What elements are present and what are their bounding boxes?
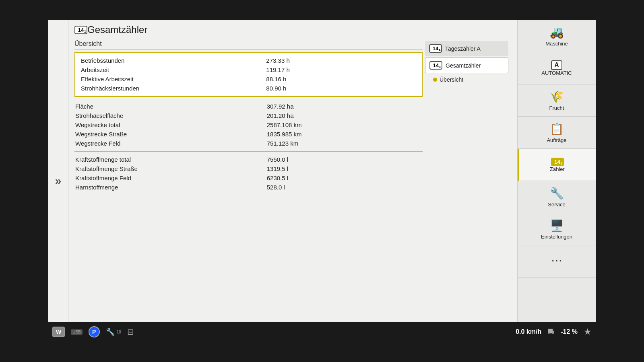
parking-indicator: P — [89, 326, 100, 337]
row-value: 88.16 h — [265, 74, 417, 84]
row-label: Effektive Arbeitszeit — [80, 74, 265, 84]
gz-badge: 14 Σ — [429, 61, 442, 70]
row-value: 1835.985 km — [266, 130, 423, 139]
row-label: Wegstrecke Feld — [74, 139, 266, 148]
w-indicator: W — [52, 327, 65, 337]
overview-sub-item[interactable]: Übersicht — [429, 75, 508, 84]
row-label: Strohhäcselfläche — [74, 111, 266, 120]
automatic-label: AUTOMATIC — [541, 70, 572, 76]
page-header: 14 Σ Gesamtzähler — [74, 24, 511, 35]
table-row: Wegstrecke Feld751.123 km — [74, 139, 423, 148]
tz-badge-num: 14 — [433, 45, 438, 51]
table-row: Kraftstoffmenge total7550.0 l — [74, 155, 423, 164]
subnav-tageszahler[interactable]: 14 A Tageszähler A — [425, 41, 508, 56]
frame-icon: ⊟ — [127, 327, 134, 337]
sidebar-item-zahler[interactable]: 14 Σ Zähler — [518, 149, 596, 181]
row-value: 751.123 km — [266, 139, 423, 148]
row-value: 273.33 h — [265, 56, 417, 65]
wrench-icon: 🔧 — [106, 327, 115, 336]
table-row: Fläche307.92 ha — [74, 102, 423, 111]
row-value: 119.17 h — [265, 65, 417, 74]
einstellungen-label: Einstellungen — [541, 234, 572, 240]
speed-display: 0.0 km/h — [516, 328, 541, 335]
tilt-indicator: ⛟ — [547, 328, 555, 336]
frame-indicator: ⊟ — [127, 327, 134, 337]
row-label: Wegstrecke total — [74, 120, 266, 130]
sidebar-item-more[interactable]: ⋯ — [518, 245, 596, 278]
sidebar-item-frucht[interactable]: 🌾 Frucht — [518, 84, 596, 117]
service-label: Service — [548, 202, 565, 208]
row-value: 6230.5 l — [266, 173, 423, 183]
counter-badge: 14 Σ — [74, 26, 87, 34]
zahler-label: Zähler — [550, 166, 565, 172]
badge-sub: Σ — [84, 30, 86, 33]
status-bar: W USB P 🔧 10 ⊟ 0.0 km/h ⛟ -12 % ★ — [48, 322, 596, 342]
main-screen: » 14 Σ Gesamtzähler Übersicht Betriebsst… — [48, 20, 596, 342]
row-value: 1319.5 l — [266, 164, 423, 173]
table-row: Effektive Arbeitszeit88.16 h — [80, 74, 417, 84]
row-label: Kraftstoffmenge Straße — [74, 164, 266, 173]
sidebar-item-auftrage[interactable]: 📋 Aufträge — [518, 117, 596, 149]
row-label: Betriebsstunden — [80, 56, 265, 65]
overview-sub-label: Übersicht — [440, 76, 463, 83]
parking-badge: P — [89, 326, 100, 337]
row-label: Kraftstoffmenge total — [74, 155, 266, 164]
row-value: 307.92 ha — [266, 102, 423, 111]
sidebar-item-automatic[interactable]: A AUTOMATIC — [518, 52, 596, 84]
row-label: Fläche — [74, 102, 266, 111]
table-row: Betriebsstunden273.33 h — [80, 56, 417, 65]
row-label: Wegstrecke Straße — [74, 130, 266, 139]
frucht-label: Frucht — [549, 105, 564, 111]
speed-value: 0.0 km/h — [516, 328, 541, 335]
auftrage-label: Aufträge — [547, 137, 566, 143]
table-row: Strohhäcselfläche201.20 ha — [74, 111, 423, 120]
row-value: 201.20 ha — [266, 111, 423, 120]
wrench-indicator: 🔧 10 — [106, 327, 121, 336]
tageszahler-badge: 14 A — [429, 44, 442, 53]
table-row: Wegstrecke Straße1835.985 km — [74, 130, 423, 139]
table-row: Strohhäckslerstunden80.90 h — [80, 84, 417, 93]
divider-1 — [74, 151, 423, 152]
dot-icon — [433, 78, 437, 82]
left-nav[interactable]: » — [48, 20, 68, 342]
row-value: 528.0 l — [266, 183, 423, 192]
row-label: Kraftstoffmenge Feld — [74, 173, 266, 183]
ubersicht-label: Übersicht — [74, 39, 423, 49]
gz-badge-num: 14 — [433, 62, 439, 68]
zahler-badge-sub: Σ — [561, 162, 563, 165]
gz-badge-sub: Σ — [439, 65, 441, 69]
page-title: Gesamtzähler — [87, 24, 147, 35]
star-indicator[interactable]: ★ — [584, 327, 592, 337]
row-value: 7550.0 l — [266, 155, 423, 164]
row-value: 2587.108 km — [266, 120, 423, 130]
usb-indicator: USB — [71, 329, 83, 335]
zahler-badge-num: 14 — [554, 159, 560, 165]
area-table: Fläche307.92 haStrohhäcselfläche201.20 h… — [74, 102, 423, 148]
automatic-badge: A — [551, 60, 562, 70]
wrench-num: 10 — [117, 330, 121, 334]
sidebar-item-einstellungen[interactable]: 🖥️ Einstellungen — [518, 213, 596, 245]
row-value: 80.90 h — [265, 84, 417, 93]
subnav-gesamtzahler[interactable]: 14 Σ Gesamtzähler — [425, 58, 508, 73]
highlight-table: Betriebsstunden273.33 hArbeitszeit119.17… — [80, 56, 417, 93]
highlight-box: Betriebsstunden273.33 hArbeitszeit119.17… — [74, 52, 423, 97]
maschine-label: Maschine — [545, 41, 568, 47]
sidebar-item-maschine[interactable]: 🚜 Maschine — [518, 20, 596, 52]
auftrage-icon: 📋 — [550, 122, 564, 136]
sub-nav-panel: 14 A Tageszähler A 14 Σ Gesamtzähler Übe… — [423, 39, 511, 338]
data-section: Übersicht Betriebsstunden273.33 hArbeits… — [74, 39, 423, 338]
main-content-area: 14 Σ Gesamtzähler Übersicht Betriebsstun… — [68, 20, 517, 342]
sidebar-item-service[interactable]: 🔧 Service — [518, 181, 596, 213]
maschine-icon: 🚜 — [550, 26, 564, 39]
parking-icon: P — [92, 329, 96, 335]
percent-value: -12 % — [561, 328, 578, 335]
usb-badge: USB — [71, 329, 83, 335]
tz-badge-sub: A — [438, 48, 441, 52]
table-row: Harnstoffmenge528.0 l — [74, 183, 423, 192]
gesamtzahler-label: Gesamtzähler — [446, 62, 481, 69]
content-subnav: Übersicht Betriebsstunden273.33 hArbeits… — [74, 39, 511, 338]
expand-icon[interactable]: » — [55, 175, 62, 187]
row-label: Strohhäckslerstunden — [80, 84, 265, 93]
table-row: Kraftstoffmenge Straße1319.5 l — [74, 164, 423, 173]
star-icon[interactable]: ★ — [584, 327, 592, 337]
